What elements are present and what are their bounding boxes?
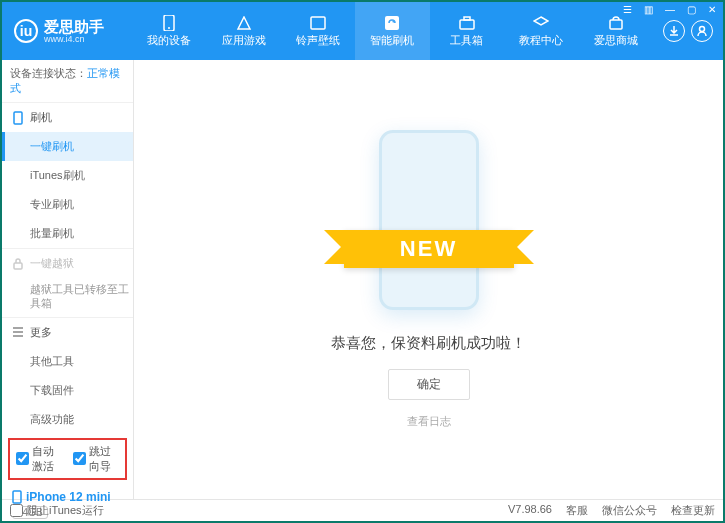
sidebar-item-advanced[interactable]: 高级功能 <box>2 405 133 434</box>
tutorial-icon <box>533 15 549 31</box>
wechat-link[interactable]: 微信公众号 <box>602 503 657 518</box>
check-update-link[interactable]: 检查更新 <box>671 503 715 518</box>
window-controls: ☰ ▥ — ▢ ✕ <box>620 4 719 15</box>
new-ribbon: NEW <box>344 230 514 268</box>
svg-rect-6 <box>610 20 622 29</box>
nav-apps[interactable]: 应用游戏 <box>206 2 280 60</box>
close-icon[interactable]: ✕ <box>705 4 719 15</box>
flash-icon <box>384 15 400 31</box>
main-content: NEW 恭喜您，保资料刷机成功啦！ 确定 查看日志 <box>134 60 723 499</box>
wallpaper-icon <box>310 15 326 31</box>
svg-rect-10 <box>13 491 21 503</box>
store-icon <box>608 15 624 31</box>
svg-rect-2 <box>311 17 325 29</box>
nav-tutorials[interactable]: 教程中心 <box>504 2 578 60</box>
svg-rect-3 <box>385 16 399 30</box>
phone-illustration: NEW <box>364 130 494 320</box>
app-url: www.i4.cn <box>44 34 104 44</box>
settings-icon[interactable]: ☰ <box>620 4 635 15</box>
sidebar-item-itunes-flash[interactable]: iTunes刷机 <box>2 161 133 190</box>
options-highlight-box: 自动激活 跳过向导 <box>8 438 127 480</box>
checkbox-block-itunes[interactable]: 阻止iTunes运行 <box>10 503 104 518</box>
nav-my-device[interactable]: 我的设备 <box>132 2 206 60</box>
checkbox-skip-guide[interactable]: 跳过向导 <box>73 444 120 474</box>
sidebar: 设备连接状态：正常模式 刷机 一键刷机 iTunes刷机 专业刷机 批量刷机 一… <box>2 60 134 499</box>
device-name-label: iPhone 12 mini <box>26 490 111 504</box>
version-label: V7.98.66 <box>508 503 552 518</box>
svg-rect-5 <box>464 17 470 20</box>
sidebar-more-header[interactable]: 更多 <box>2 318 133 347</box>
sidebar-item-pro-flash[interactable]: 专业刷机 <box>2 190 133 219</box>
sidebar-flash-header[interactable]: 刷机 <box>2 103 133 132</box>
nav-toolbox[interactable]: 工具箱 <box>430 2 504 60</box>
top-nav: 我的设备 应用游戏 铃声壁纸 智能刷机 工具箱 教程中心 爱思商城 <box>132 2 653 60</box>
apps-icon <box>236 15 252 31</box>
maximize-icon[interactable]: ▢ <box>684 4 699 15</box>
checkbox-auto-activate[interactable]: 自动激活 <box>16 444 63 474</box>
ok-button[interactable]: 确定 <box>388 369 470 400</box>
jailbreak-note: 越狱工具已转移至工具箱 <box>2 278 133 317</box>
toolbox-icon <box>459 15 475 31</box>
titlebar: ☰ ▥ — ▢ ✕ iu 爱思助手 www.i4.cn 我的设备 应用游戏 铃声… <box>2 2 723 60</box>
app-name: 爱思助手 <box>44 19 104 34</box>
minimize-icon[interactable]: — <box>662 4 678 15</box>
svg-rect-9 <box>14 263 22 269</box>
sidebar-item-batch-flash[interactable]: 批量刷机 <box>2 219 133 248</box>
sidebar-item-download-firmware[interactable]: 下载固件 <box>2 376 133 405</box>
user-controls <box>653 20 723 42</box>
sidebar-jailbreak-header: 一键越狱 <box>2 249 133 278</box>
logo-icon: iu <box>14 19 38 43</box>
success-message: 恭喜您，保资料刷机成功啦！ <box>331 334 526 353</box>
user-icon[interactable] <box>691 20 713 42</box>
svg-point-1 <box>168 27 170 29</box>
sidebar-item-oneclick-flash[interactable]: 一键刷机 <box>2 132 133 161</box>
device-icon <box>161 15 177 31</box>
customer-service-link[interactable]: 客服 <box>566 503 588 518</box>
connection-status: 设备连接状态：正常模式 <box>2 60 133 102</box>
skin-icon[interactable]: ▥ <box>641 4 656 15</box>
svg-rect-8 <box>14 112 22 124</box>
nav-ringtones[interactable]: 铃声壁纸 <box>281 2 355 60</box>
svg-rect-4 <box>460 20 474 29</box>
sidebar-item-other-tools[interactable]: 其他工具 <box>2 347 133 376</box>
view-log-link[interactable]: 查看日志 <box>407 414 451 429</box>
nav-flash[interactable]: 智能刷机 <box>355 2 429 60</box>
svg-point-7 <box>700 27 705 32</box>
download-icon[interactable] <box>663 20 685 42</box>
logo: iu 爱思助手 www.i4.cn <box>2 19 132 44</box>
